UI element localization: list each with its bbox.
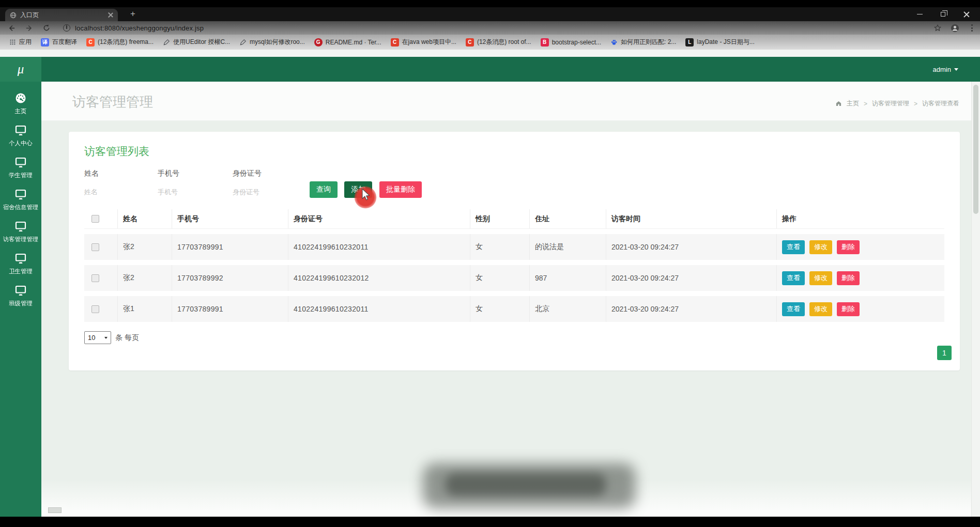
row-checkbox[interactable]: [91, 305, 99, 313]
pen-icon: [239, 39, 247, 46]
toolbar-right: [933, 21, 976, 35]
chevron-down-icon: [104, 337, 108, 339]
cell-idcard: 410224199610232012: [288, 265, 470, 291]
bookmark-csdn-root[interactable]: C (12条消息) root of...: [462, 38, 535, 47]
select-all-checkbox[interactable]: [91, 215, 99, 223]
sidebar: μ 主页 个人中心: [0, 57, 41, 517]
bookmarks-bar: 应用 译 百度翻译 C (12条消息) freema... 使用UEditor …: [0, 35, 980, 50]
window-controls: [908, 7, 978, 21]
sidebar-item-label: 个人中心: [9, 139, 33, 147]
bookmark-label: 在java web项目中...: [402, 38, 456, 47]
reload-button[interactable]: [41, 23, 52, 33]
delete-button[interactable]: 删除: [837, 302, 860, 316]
sidebar-item-dorm-info[interactable]: 宿舍信息管理: [0, 184, 41, 216]
address-bar[interactable]: localhost:8080/xueshenggongyu/index.jsp: [63, 24, 204, 32]
view-button[interactable]: 查看: [782, 240, 805, 254]
close-icon: [963, 11, 970, 18]
visitor-list-card: 访客管理列表 姓名 手机号 身份证号: [69, 132, 960, 370]
browser-toolbar: localhost:8080/xueshenggongyu/index.jsp: [0, 21, 980, 35]
pen-icon: [163, 39, 170, 46]
browser-tab[interactable]: 入口页: [5, 9, 118, 21]
scrollbar-thumb[interactable]: [973, 85, 978, 214]
cell-phone: 17703789991: [172, 234, 288, 260]
csdn-icon: C: [391, 38, 399, 47]
bookmark-label: (12条消息) freema...: [98, 38, 154, 47]
delete-button[interactable]: 删除: [837, 271, 860, 285]
idcard-field-group: 身份证号: [233, 169, 310, 198]
sidebar-item-label: 班级管理: [9, 299, 33, 307]
baidu-translate-icon: 译: [41, 38, 49, 47]
close-button[interactable]: [955, 7, 978, 21]
sidebar-item-home[interactable]: 主页: [0, 88, 41, 120]
bookmark-ueditor[interactable]: 使用UEditor 授權C...: [159, 38, 234, 47]
user-dropdown[interactable]: admin: [933, 57, 958, 82]
bookmark-javaweb[interactable]: C 在java web项目中...: [387, 38, 461, 47]
url-text[interactable]: localhost:8080/xueshenggongyu/index.jsp: [75, 24, 204, 32]
forward-icon: [25, 24, 34, 33]
sidebar-item-label: 宿舍信息管理: [3, 203, 38, 211]
search-form: 姓名 手机号 身份证号 查询 添加: [84, 169, 944, 198]
sidebar-item-profile[interactable]: 个人中心: [0, 120, 41, 152]
row-checkbox[interactable]: [91, 243, 99, 251]
monitor-icon: [14, 188, 27, 200]
bookmark-label: (12条消息) root of...: [477, 38, 531, 47]
letterbox-top: [0, 0, 980, 7]
breadcrumb-level2[interactable]: 访客管理管理: [872, 99, 909, 108]
new-tab-button[interactable]: +: [127, 8, 139, 20]
bookmark-mysql-root[interactable]: mysql如何修改roo...: [235, 38, 309, 47]
sidebar-item-students[interactable]: 学生管理: [0, 152, 41, 184]
forward-button[interactable]: [24, 23, 34, 33]
col-address: 住址: [530, 209, 606, 229]
bookmark-csdn-freemarker[interactable]: C (12条消息) freema...: [82, 38, 158, 47]
bookmark-bootstrap-select[interactable]: B bootstrap-select...: [537, 38, 605, 47]
sidebar-item-hygiene[interactable]: 卫生管理: [0, 248, 41, 280]
vertical-scrollbar[interactable]: [971, 82, 980, 517]
phone-input[interactable]: [158, 185, 212, 198]
edit-button[interactable]: 修改: [809, 302, 832, 316]
sidebar-item-classes[interactable]: 班级管理: [0, 280, 41, 312]
breadcrumb: 主页 > 访客管理管理 > 访客管理查看: [835, 99, 959, 108]
tab-title: 入口页: [20, 11, 104, 20]
cell-idcard: 410224199610232011: [288, 296, 470, 322]
csdn-icon: C: [86, 38, 95, 47]
apps-grid-icon: [9, 39, 16, 45]
name-label: 姓名: [84, 169, 158, 178]
chrome-menu-icon[interactable]: [968, 23, 976, 33]
cell-address: 北京: [530, 296, 606, 322]
page-size-select[interactable]: 10: [84, 331, 111, 344]
bookmark-apps[interactable]: 应用: [5, 38, 36, 47]
profile-avatar-icon[interactable]: [950, 23, 960, 33]
page-1-button[interactable]: 1: [937, 346, 952, 360]
sidebar-item-visitors[interactable]: 访客管理管理: [0, 216, 41, 248]
tab-close-icon[interactable]: [108, 12, 113, 18]
row-checkbox[interactable]: [91, 274, 99, 282]
col-actions: 操作: [777, 209, 944, 229]
bookmark-baidu-translate[interactable]: 译 百度翻译: [37, 38, 81, 47]
edit-button[interactable]: 修改: [809, 240, 832, 254]
edit-button[interactable]: 修改: [809, 271, 832, 285]
idcard-input[interactable]: [233, 185, 287, 198]
view-button[interactable]: 查看: [782, 271, 805, 285]
browser-tabstrip: 入口页 +: [0, 7, 980, 21]
app-header: admin: [41, 57, 980, 82]
bookmark-laydate[interactable]: L layDate - JS日期与...: [681, 38, 758, 47]
bookmark-readme-gitee[interactable]: G README.md · Ter...: [310, 38, 386, 47]
query-button[interactable]: 查询: [310, 181, 338, 198]
phone-label: 手机号: [158, 169, 233, 178]
batch-delete-button[interactable]: 批量删除: [379, 181, 422, 198]
delete-button[interactable]: 删除: [837, 240, 860, 254]
page-info-icon[interactable]: [63, 24, 70, 32]
bookmark-star-icon[interactable]: [933, 24, 942, 32]
back-button[interactable]: [6, 23, 17, 33]
bookmark-label: 应用: [19, 38, 32, 47]
view-button[interactable]: 查看: [782, 302, 805, 316]
bookmark-label: 如何用正则匹配: 2...: [621, 38, 676, 47]
bookmark-regex[interactable]: 如何用正则匹配: 2...: [606, 38, 680, 47]
monitor-icon: [14, 124, 27, 136]
name-input[interactable]: [84, 185, 139, 198]
col-idcard: 身份证号: [288, 209, 470, 229]
breadcrumb-home[interactable]: 主页: [847, 99, 859, 108]
minimize-button[interactable]: [908, 7, 931, 21]
sidebar-item-label: 访客管理管理: [3, 235, 38, 243]
maximize-button[interactable]: [931, 7, 955, 21]
